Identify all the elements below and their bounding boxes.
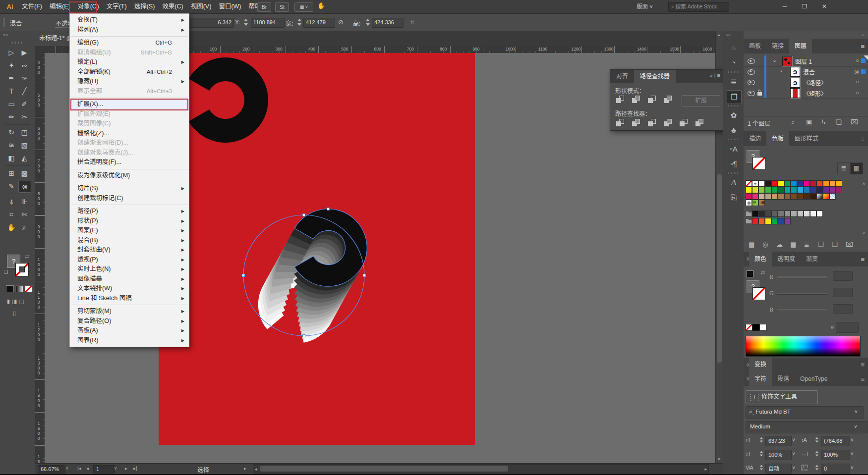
symbols-panel-icon[interactable]: ✿ <box>727 109 741 122</box>
merge-button[interactable] <box>647 118 659 128</box>
expand-button[interactable]: 扩展 <box>682 95 720 106</box>
layer-thumbnail[interactable]: ɔ <box>790 78 800 88</box>
menubar-item-6[interactable]: 效果(C) <box>160 0 185 13</box>
black-proxy-swatch[interactable] <box>752 324 759 331</box>
minus-back-button[interactable] <box>694 118 706 128</box>
menubar-item-4[interactable]: 文字(T) <box>105 0 129 13</box>
swatch-652d90[interactable] <box>823 187 829 193</box>
target-circle-icon[interactable]: ○ <box>856 79 859 85</box>
menu-item-29[interactable]: 实时上色(N)▶ <box>70 264 189 274</box>
layers-tab-3[interactable]: 图层 <box>789 39 812 53</box>
swatch-fff103[interactable] <box>778 180 784 187</box>
menubar-item-7[interactable]: 视图(V) <box>189 0 214 13</box>
height-field[interactable]: 424.336 <box>372 18 404 28</box>
target-circle-icon[interactable]: ○ <box>856 57 859 63</box>
menu-item-31[interactable]: 文本绕排(W)▶ <box>70 284 189 294</box>
menu-item-18[interactable]: 设为像素级优化(M) <box>70 171 189 181</box>
rectangle-tool[interactable]: ▭ <box>5 99 17 109</box>
vertical-scale-stepper[interactable] <box>759 451 763 457</box>
menu-item-6[interactable]: 全部解锁(K)Alt+Ctrl+2 <box>70 67 189 77</box>
font-style-dropdown[interactable]: ˅ <box>850 422 862 432</box>
cloud-icon[interactable]: ☁ <box>776 241 783 248</box>
swatch-2b3990[interactable] <box>810 187 816 193</box>
anchor-point[interactable] <box>327 208 330 211</box>
height-stepper[interactable] <box>365 18 370 26</box>
swatch-scroll-up-icon[interactable]: ˄ <box>863 181 865 186</box>
swatches-tab-2[interactable]: 色板 <box>766 131 789 146</box>
gradient-tool[interactable]: ▩ <box>18 168 30 179</box>
magic-wand-tool[interactable]: ✦ <box>5 60 17 71</box>
swatch-patBrown[interactable] <box>758 200 765 206</box>
menubar-item-8[interactable]: 窗口(W) <box>217 0 243 13</box>
swatch-c7b299[interactable] <box>758 193 765 200</box>
swatch-7f3f97[interactable] <box>784 218 791 224</box>
pathfinder-tab-1[interactable]: 对齐 <box>610 70 634 83</box>
menu-item-36[interactable]: 画板(A)▶ <box>70 326 189 336</box>
white-proxy-swatch[interactable] <box>759 324 766 331</box>
r-slider[interactable] <box>777 276 827 278</box>
layer-name[interactable]: 图层 1 <box>795 57 812 65</box>
layer-name[interactable]: 混合 <box>803 68 815 76</box>
menu-item-0[interactable]: 变换(T)▶ <box>70 15 189 25</box>
width-stepper[interactable] <box>296 18 302 26</box>
color-mode-button[interactable] <box>6 285 14 292</box>
menu-item-23[interactable]: 路径(P)▶ <box>70 207 189 216</box>
layer-row-1[interactable]: ⌄图层 1○ <box>744 55 868 67</box>
selection-indicator[interactable] <box>861 69 866 74</box>
swatch-8a603a[interactable] <box>784 193 791 200</box>
character-tab-1[interactable]: 字符 <box>749 371 772 386</box>
font-family-dropdown[interactable]: ˅ <box>849 406 864 419</box>
none-proxy-swatch[interactable] <box>746 324 752 331</box>
vertical-scale-field[interactable]: 100% <box>765 450 792 460</box>
swatch-fcb614[interactable] <box>836 180 842 187</box>
swatch-2e3192[interactable] <box>797 180 804 187</box>
visibility-eye-icon[interactable] <box>748 58 755 64</box>
zoom-tool[interactable]: ⌕ <box>18 222 30 233</box>
menu-item-34[interactable]: 剪切蒙版(M)▶ <box>70 307 189 317</box>
horizontal-scale-field[interactable]: 100% <box>821 450 850 460</box>
make-clip-mask-icon[interactable]: ▣ <box>806 118 812 126</box>
swatch-e8141d[interactable] <box>771 180 778 187</box>
font-size-field[interactable]: 637.23 <box>765 436 792 446</box>
swatch-00a99c[interactable] <box>784 187 791 193</box>
swatch-f7941e[interactable] <box>823 180 829 187</box>
stock-button[interactable]: St <box>275 2 289 12</box>
menubar-item-5[interactable]: 选择(S) <box>132 0 157 13</box>
swatch-c69c6d[interactable] <box>771 193 778 200</box>
anchor-point[interactable] <box>242 274 245 277</box>
prev-artboard-icon[interactable]: ◂ <box>86 466 89 471</box>
swatch-eb008b[interactable] <box>804 180 810 187</box>
perspective-grid-tool[interactable]: ◭ <box>18 153 30 163</box>
color-tab-2[interactable]: 透明度 <box>772 252 801 266</box>
width-field[interactable]: 412.479 <box>303 18 335 28</box>
swatch-gradBW[interactable] <box>816 193 823 200</box>
tracking-stepper[interactable] <box>814 465 819 471</box>
current-swatch-none[interactable] <box>752 157 765 170</box>
g-value-field[interactable] <box>833 288 853 297</box>
swatch-007038[interactable] <box>778 187 784 193</box>
scale-tool[interactable]: ◰ <box>18 127 30 138</box>
zoom-level-field[interactable]: 66.67% <box>38 465 65 474</box>
blend-tool[interactable]: ⊚ <box>18 181 31 193</box>
swatch-scroll-down-icon[interactable]: ˅ <box>863 231 865 236</box>
font-size-dropdown[interactable]: ˅ <box>792 437 795 443</box>
swatch-5f5f5f[interactable] <box>771 211 778 217</box>
intersect-button[interactable] <box>647 95 659 105</box>
horizontal-scrollbar[interactable]: ◂ ▸ <box>253 464 709 474</box>
outline-button[interactable] <box>679 118 691 128</box>
bridge-button[interactable]: Br <box>257 2 271 12</box>
last-artboard-icon[interactable]: ▸| <box>133 466 137 471</box>
leading-stepper[interactable] <box>814 437 819 443</box>
artboard-number-field[interactable]: 1 <box>93 465 115 474</box>
free-transform-tool[interactable]: ▧ <box>18 140 30 151</box>
swatch-ed2a7b[interactable] <box>752 193 758 200</box>
panel-more-icon[interactable]: » <box>709 72 712 78</box>
kerning-stepper[interactable] <box>759 465 763 471</box>
mesh-tool[interactable]: ⊞ <box>5 168 17 179</box>
next-artboard-icon[interactable]: ▸ <box>125 466 127 471</box>
layer-thumbnail[interactable] <box>782 56 792 66</box>
horizontal-scale-dropdown[interactable]: ˅ <box>851 451 854 457</box>
hex-field[interactable] <box>836 322 859 333</box>
scissors-tool[interactable]: ✂ <box>18 111 30 122</box>
lasso-tool[interactable]: ∾ <box>18 60 30 71</box>
